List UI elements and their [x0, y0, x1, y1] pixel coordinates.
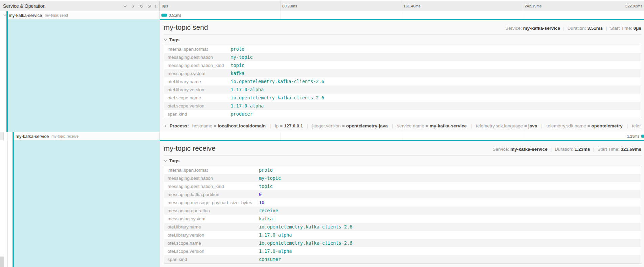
expand-all-icon[interactable]	[147, 4, 152, 8]
tag-row: messaging.system kafka	[164, 69, 641, 77]
span-id-row: SpanID: 407276152aafdc36	[164, 130, 641, 132]
span-duration-bar[interactable]	[161, 14, 167, 17]
span-color-bar	[6, 11, 8, 19]
span-row-receive[interactable]: my-kafka-service my-topic receive 1.23ms	[0, 132, 644, 140]
column-resizer-grip[interactable]	[155, 5, 157, 8]
tag-value: proto	[256, 166, 641, 174]
span-track-send[interactable]: 3.51ms	[160, 11, 644, 19]
tag-key: messaging.system	[164, 69, 227, 77]
tag-value: 1.17.0-alpha	[256, 231, 641, 239]
tag-row: messaging.operation receive	[164, 207, 641, 215]
tag-key: messaging.system	[164, 215, 256, 223]
tag-key: messaging.operation	[164, 207, 256, 215]
ruler-tick-label: 161.46ms	[403, 1, 421, 11]
tag-key: internal.span.format	[164, 166, 256, 174]
span-detail-meta: Service: my-kafka-service Duration: 1.23…	[493, 147, 641, 152]
tag-value: consumer	[256, 255, 641, 264]
chevron-down-icon[interactable]	[3, 14, 6, 17]
span-duration-bar[interactable]	[641, 135, 644, 138]
tag-value: 1.17.0-alpha	[256, 247, 641, 255]
chevron-down-icon	[164, 38, 167, 42]
tag-value: my-topic	[227, 53, 641, 61]
chevron-down-icon	[164, 159, 167, 163]
tag-key: messaging.destination_kind	[164, 61, 227, 69]
tag-key: messaging.destination	[164, 174, 256, 182]
tags-table: internal.span.format proto messaging.des…	[164, 166, 641, 264]
span-operation-name: my-topic send	[45, 13, 68, 17]
tag-key: otel.scope.name	[164, 239, 256, 247]
span-detail-highlight	[14, 140, 160, 267]
indent-guide	[4, 140, 4, 267]
tag-key: otel.scope.name	[164, 94, 227, 102]
tag-key: messaging.message_payload_size_bytes	[164, 198, 256, 207]
process-attribute: ip127.0.0.1	[266, 123, 303, 128]
service-operation-title: Service & Operation	[3, 3, 123, 9]
span-detail-panel: my-topic receive Service: my-kafka-servi…	[160, 140, 644, 267]
tag-key: internal.span.format	[164, 45, 227, 53]
expand-one-icon[interactable]	[131, 4, 135, 8]
collapse-one-icon[interactable]	[123, 4, 127, 8]
ruler-gridline	[281, 1, 281, 11]
tag-value: io.opentelemetry.kafka-clients-2.6	[227, 77, 641, 86]
process-attribute: jaeger.versionopentelemetry-java	[303, 123, 388, 128]
span-service-name: my-kafka-service	[9, 13, 42, 18]
tag-key: otel.library.name	[164, 223, 256, 231]
tags-label: Tags	[169, 158, 180, 163]
tag-key: otel.library.version	[164, 231, 256, 239]
process-attribute: telemetry.sdk.nameopentelemetry	[537, 123, 622, 128]
tag-key: span.kind	[164, 255, 256, 264]
tags-accordion-header[interactable]: Tags	[164, 37, 641, 42]
tag-row: messaging.destination_kind topic	[164, 182, 641, 190]
scrollbar-thumb[interactable]	[0, 257, 4, 267]
span-name-cell-send[interactable]: my-kafka-service my-topic send	[0, 11, 160, 19]
collapse-all-icon[interactable]	[139, 4, 143, 8]
tag-row: span.kind producer	[164, 110, 641, 118]
tags-label: Tags	[169, 37, 180, 42]
span-track-receive[interactable]: 1.23ms	[160, 132, 644, 140]
trace-timeline-view: Service & Operation 0μs80.73ms161.46ms24…	[0, 0, 644, 267]
tag-row: messaging.destination_kind topic	[164, 61, 641, 69]
span-color-bar	[13, 132, 14, 140]
tag-key: otel.scope.version	[164, 247, 256, 255]
tag-value: 0	[256, 190, 641, 198]
ruler-tick-label: 242.19ms	[525, 1, 542, 11]
span-name-cell-receive[interactable]: my-kafka-service my-topic receive	[0, 132, 160, 140]
chevron-right-icon	[164, 123, 167, 128]
tag-row: messaging.system kafka	[164, 215, 641, 223]
span-detail-highlight	[8, 19, 160, 132]
indent-guide	[4, 132, 7, 140]
tag-row: internal.span.format proto	[164, 166, 641, 174]
tag-value: io.opentelemetry.kafka-clients-2.6	[256, 223, 641, 231]
tag-value: io.opentelemetry.kafka-clients-2.6	[256, 239, 641, 247]
tag-row: messaging.message_payload_size_bytes 10	[164, 198, 641, 207]
process-attribute: telemetry.sdk.version1.17.0	[623, 123, 641, 128]
span-row-send[interactable]: my-kafka-service my-topic send 3.51ms	[0, 11, 644, 19]
tag-row: otel.scope.name io.opentelemetry.kafka-c…	[164, 94, 641, 102]
ruler-gridline	[402, 1, 402, 11]
tag-row: otel.library.version 1.17.0-alpha	[164, 231, 641, 239]
tag-key: otel.library.name	[164, 77, 227, 86]
meta-duration: 3.51ms	[587, 26, 603, 31]
indent-guide	[7, 140, 8, 267]
meta-start-time: 0μs	[634, 26, 641, 31]
ruler-tick-label: 0μs	[162, 1, 168, 11]
process-attribute: hostnamelocalhost.localdomain	[192, 123, 266, 128]
tag-value: kafka	[227, 69, 641, 77]
tag-value: proto	[227, 45, 641, 53]
tags-accordion-header[interactable]: Tags	[164, 158, 641, 163]
process-accordion-header[interactable]: Process: hostnamelocalhost.localdomainip…	[164, 122, 641, 130]
ruler-gridline	[523, 1, 523, 11]
process-attribute: telemetry.sdk.languagejava	[467, 123, 537, 128]
tag-row: otel.scope.version 1.17.0-alpha	[164, 247, 641, 255]
meta-service: my-kafka-service	[523, 26, 560, 31]
tag-row: otel.library.version 1.17.0-alpha	[164, 86, 641, 94]
span-operation-name: my-topic receive	[51, 134, 79, 138]
meta-duration: 1.23ms	[575, 147, 590, 152]
tag-key: messaging.destination_kind	[164, 182, 256, 190]
span-detail-title: my-topic send	[164, 23, 505, 31]
tag-value: 10	[256, 198, 641, 207]
tag-value: receive	[256, 207, 641, 215]
timeline-ruler[interactable]: 0μs80.73ms161.46ms242.19ms322.92ms	[160, 1, 644, 11]
tags-table: internal.span.format proto messaging.des…	[164, 45, 641, 118]
ruler-tick-label: 322.92ms	[625, 1, 642, 11]
